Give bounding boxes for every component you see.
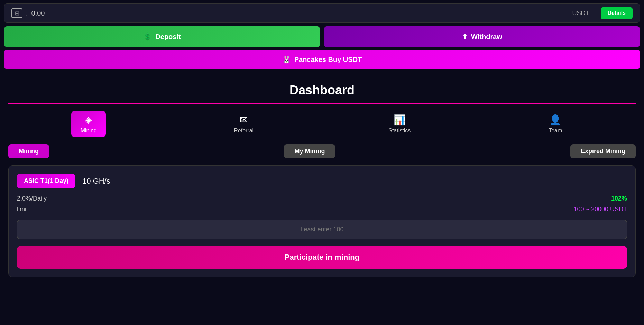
mining-card-header: ASIC T1(1 Day) 10 GH/s xyxy=(17,174,627,188)
amount-input[interactable] xyxy=(17,220,627,239)
mining-tab-button[interactable]: Mining xyxy=(8,144,49,158)
pancakes-button[interactable]: 🐰 Pancakes Buy USDT xyxy=(4,50,640,69)
daily-percent: 102% xyxy=(611,195,627,202)
tab-referral[interactable]: ✉ Referral xyxy=(227,111,261,137)
statistics-tab-label: Statistics xyxy=(388,128,411,134)
mining-icon: ◈ xyxy=(85,114,92,126)
dashboard-title: Dashboard xyxy=(4,80,640,103)
statistics-icon: 📊 xyxy=(394,114,406,126)
deposit-icon: 💲 xyxy=(143,32,152,41)
balance-section: ⊟ : 0.00 xyxy=(11,8,45,18)
asic-badge: ASIC T1(1 Day) xyxy=(17,174,75,188)
currency-label: USDT xyxy=(572,10,589,17)
divider xyxy=(595,9,595,17)
daily-rate-row: 2.0%/Daily 102% xyxy=(17,195,627,202)
tab-statistics[interactable]: 📊 Statistics xyxy=(381,111,417,137)
colon-separator: : xyxy=(26,9,28,17)
balance-value: 0.00 xyxy=(31,9,45,17)
nav-tabs: ◈ Mining ✉ Referral 📊 Statistics 👤 Team xyxy=(4,111,640,137)
referral-tab-label: Referral xyxy=(234,128,254,134)
limit-row: limit: 100 ~ 20000 USDT xyxy=(17,206,627,213)
tab-mining[interactable]: ◈ Mining xyxy=(71,111,106,137)
deposit-label: Deposit xyxy=(155,33,181,41)
action-row: 💲 Deposit ⬆ Withdraw xyxy=(4,26,640,47)
tab-team[interactable]: 👤 Team xyxy=(538,111,573,137)
limit-label: limit: xyxy=(17,206,30,213)
team-tab-label: Team xyxy=(549,128,562,134)
team-icon: 👤 xyxy=(549,114,561,126)
daily-rate-label: 2.0%/Daily xyxy=(17,195,47,202)
pancakes-icon: 🐰 xyxy=(282,55,291,64)
deposit-button[interactable]: 💲 Deposit xyxy=(4,26,320,47)
details-button[interactable]: Details xyxy=(601,7,633,19)
withdraw-button[interactable]: ⬆ Withdraw xyxy=(324,26,640,47)
limit-range: 100 ~ 20000 USDT xyxy=(573,206,627,213)
pancakes-label: Pancakes Buy USDT xyxy=(294,56,362,64)
mining-tab-label: Mining xyxy=(81,128,97,134)
my-mining-tab-button[interactable]: My Mining xyxy=(284,144,335,158)
mining-card: ASIC T1(1 Day) 10 GH/s 2.0%/Daily 102% l… xyxy=(8,165,636,277)
withdraw-icon: ⬆ xyxy=(462,32,468,41)
mining-sub-tabs: Mining My Mining Expired Mining xyxy=(4,144,640,158)
top-bar-right: USDT Details xyxy=(572,7,633,19)
gh-speed: 10 GH/s xyxy=(82,177,110,186)
expired-mining-tab-button[interactable]: Expired Mining xyxy=(570,144,636,158)
title-underline xyxy=(8,103,636,104)
dashboard-section: Dashboard ◈ Mining ✉ Referral 📊 Statisti… xyxy=(0,73,644,277)
wallet-icon: ⊟ xyxy=(11,8,22,18)
withdraw-label: Withdraw xyxy=(471,33,502,41)
top-bar: ⊟ : 0.00 USDT Details xyxy=(4,3,640,23)
referral-icon: ✉ xyxy=(240,114,248,126)
participate-button[interactable]: Participate in mining xyxy=(17,246,627,269)
